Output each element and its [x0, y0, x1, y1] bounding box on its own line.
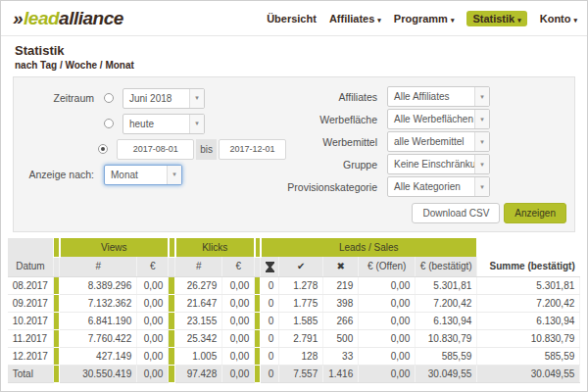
value-cell: 0,00: [359, 347, 416, 365]
value-cell: 30.049,55: [477, 365, 580, 382]
value-cell: 6.841.190: [60, 312, 137, 329]
table-row: 08.20178.389.2960,0026.2790,0001.2782190…: [8, 276, 580, 294]
value-cell: 5.301,81: [477, 276, 580, 294]
value-cell: 1.005: [175, 347, 222, 365]
views-group-header: Views: [60, 238, 169, 257]
chevron-down-icon: ▾: [474, 155, 489, 173]
value-cell: 0,00: [137, 347, 169, 365]
nav-konto[interactable]: Konto ▾: [540, 13, 577, 24]
zeitraum-range-radio[interactable]: [98, 144, 108, 154]
chevron-down-icon: ▾: [474, 132, 489, 151]
werbemittel-select-value: alle Werbemittel: [388, 132, 474, 151]
affiliates-select[interactable]: Alle Affiliates ▾: [387, 86, 490, 107]
table-group-header-row: Views Klicks Leads / Sales: [8, 238, 580, 257]
anzeige-nach-select[interactable]: Monat ▾: [104, 165, 182, 185]
value-cell: 0,00: [137, 294, 169, 312]
nav-label: Statistik: [472, 13, 514, 24]
value-cell: 0: [261, 312, 279, 329]
anzeigen-button[interactable]: Anzeigen: [504, 203, 566, 223]
rejected-x-icon: ✖: [323, 257, 359, 276]
bis-label: bis: [196, 139, 217, 160]
nav-affiliates[interactable]: Affiliates ▾: [329, 13, 381, 24]
value-cell: 219: [323, 276, 359, 294]
brand-logo[interactable]: »leadalliance: [13, 8, 123, 29]
stats-table-body: 08.20178.389.2960,0026.2790,0001.2782190…: [8, 276, 580, 382]
chevron-down-icon: ▾: [189, 89, 204, 108]
werbeflaeche-select[interactable]: Alle Werbeflächen ▾: [387, 109, 490, 129]
app-window: »leadalliance Übersicht Affiliates ▾ Pro…: [0, 0, 588, 392]
value-cell: 7.200,42: [477, 294, 580, 312]
datum-cell: 11.2017: [8, 329, 54, 347]
werbemittel-select[interactable]: alle Werbemittel ▾: [387, 131, 490, 152]
preset-select[interactable]: heute ▾: [122, 114, 205, 134]
value-cell: 0,00: [359, 294, 416, 312]
value-cell: 0,00: [137, 312, 169, 329]
value-cell: 1.416: [323, 365, 359, 382]
views-eur-header: €: [137, 257, 169, 276]
group-blank-cell: [477, 238, 580, 257]
zeitraum-month-radio[interactable]: [104, 93, 114, 103]
value-cell: 0,00: [137, 329, 169, 347]
provisionskategorie-select[interactable]: Alle Kategorien ▾: [387, 176, 490, 197]
gruppe-label: Gruppe: [286, 159, 377, 171]
datum-cell: 09.2017: [8, 294, 54, 312]
value-cell: 26.279: [175, 276, 222, 294]
value-cell: 1.585: [279, 312, 323, 329]
value-cell: 0,00: [359, 276, 416, 294]
gruppe-select[interactable]: Keine Einschränkung ▾: [387, 154, 490, 174]
value-cell: 0: [261, 329, 279, 347]
chevron-down-icon: ▾: [377, 17, 381, 24]
affiliates-select-value: Alle Affiliates: [388, 87, 474, 106]
value-cell: 585,59: [477, 347, 580, 365]
value-cell: 0,00: [222, 276, 255, 294]
value-cell: 128: [279, 347, 323, 365]
table-row: 11.20177.760.4220,0025.3420,0002.7915000…: [8, 329, 580, 347]
nav-statistik[interactable]: Statistik ▾: [466, 11, 526, 26]
date-to-input[interactable]: [219, 139, 286, 160]
werbeflaeche-filter-row: Werbefläche Alle Werbeflächen ▾: [286, 108, 566, 130]
klicks-group-header: Klicks: [175, 238, 255, 257]
chevron-down-icon: ▾: [517, 17, 521, 24]
affiliates-label: Affiliates: [286, 91, 377, 103]
datum-cell: 12.2017: [8, 347, 54, 365]
value-cell: 1.775: [279, 294, 323, 312]
affiliates-filter-row: Affiliates Alle Affiliates ▾: [286, 85, 566, 108]
chevron-down-icon: ▾: [474, 177, 489, 196]
value-cell: 7.760.422: [60, 329, 137, 347]
zeitraum-preset-radio[interactable]: [104, 119, 114, 128]
month-select[interactable]: Juni 2018 ▾: [122, 88, 205, 109]
table-row: 09.20177.132.3620,0021.6470,0001.7753980…: [8, 294, 580, 312]
zeitraum-range-row: bis: [22, 136, 286, 162]
nav-programm[interactable]: Programm ▾: [394, 13, 455, 24]
value-cell: 0: [261, 365, 279, 382]
date-from-input[interactable]: [117, 139, 194, 160]
main-nav: Übersicht Affiliates ▾ Programm ▾ Statis…: [267, 11, 577, 26]
chevron-down-icon: ▾: [167, 166, 181, 184]
chevron-down-icon: ▾: [474, 87, 489, 106]
zeitraum-preset-row: heute ▾: [22, 111, 286, 136]
value-cell: 25.342: [175, 329, 222, 347]
value-cell: 30.049,55: [416, 365, 477, 382]
chevron-down-icon: ▾: [451, 17, 455, 24]
value-cell: 30.550.419: [60, 365, 137, 382]
filter-left-column: Zeitraum Juni 2018 ▾ heute ▾: [22, 85, 286, 198]
value-cell: 5.301,81: [416, 276, 477, 294]
group-blank-cell: [8, 238, 54, 257]
month-select-value: Juni 2018: [123, 89, 189, 108]
value-cell: 427.149: [60, 347, 137, 365]
nav-uebersicht[interactable]: Übersicht: [267, 13, 317, 24]
datum-cell: Total: [8, 365, 54, 382]
table-total-row: Total30.550.4190,0097.4280,0007.5571.416…: [8, 365, 580, 382]
value-cell: 0,00: [137, 276, 169, 294]
value-cell: 0,00: [359, 312, 416, 329]
anzeige-nach-select-value: Monat: [105, 166, 167, 184]
preset-select-value: heute: [123, 115, 189, 133]
zeitraum-month-row: Zeitraum Juni 2018 ▾: [22, 85, 286, 111]
download-csv-button[interactable]: Download CSV: [412, 203, 500, 223]
brand-chevrons: »: [13, 8, 23, 28]
value-cell: 0,00: [222, 347, 255, 365]
value-cell: 0,00: [222, 365, 255, 382]
value-cell: 0,00: [137, 365, 169, 382]
value-cell: 7.132.362: [60, 294, 137, 312]
leads-sales-group-header: Leads / Sales: [261, 238, 477, 257]
